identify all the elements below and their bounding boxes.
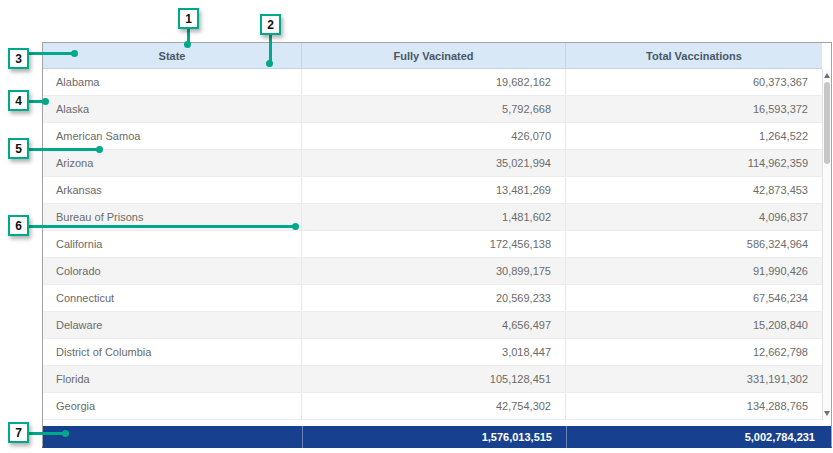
callout-6: 6	[8, 215, 29, 236]
cell-total-vaccinations: 67,546,234	[566, 285, 822, 311]
cell-total-vaccinations: 331,191,302	[566, 366, 822, 392]
cell-fully-vaccinated: 3,018,447	[302, 339, 566, 365]
cell-state: Colorado	[43, 258, 302, 284]
summary-cell-state	[43, 426, 302, 448]
callout-6-line	[29, 225, 295, 228]
table-row[interactable]: California 172,456,138 586,324,964	[43, 231, 822, 258]
callout-7-dot	[62, 430, 69, 437]
cell-fully-vaccinated: 13,481,269	[302, 177, 566, 203]
cell-total-vaccinations: 15,208,840	[566, 312, 822, 338]
callout-3-line	[29, 52, 74, 55]
callout-5-dot	[96, 146, 103, 153]
callout-3: 3	[8, 48, 29, 69]
cell-fully-vaccinated: 20,569,233	[302, 285, 566, 311]
table-row[interactable]: Alaska 5,792,668 16,593,372	[43, 96, 822, 123]
column-header-total-vaccinations[interactable]: Total Vaccinations	[566, 43, 822, 68]
cell-state: Alaska	[43, 96, 302, 122]
cell-fully-vaccinated: 35,021,994	[302, 150, 566, 176]
cell-fully-vaccinated: 19,682,162	[302, 69, 566, 95]
cell-state: Arkansas	[43, 177, 302, 203]
cell-fully-vaccinated: 5,792,668	[302, 96, 566, 122]
callout-2-line	[269, 35, 272, 63]
cell-fully-vaccinated: 1,481,602	[302, 204, 566, 230]
cell-total-vaccinations: 12,662,798	[566, 339, 822, 365]
cell-state: Georgia	[43, 393, 302, 419]
cell-total-vaccinations: 114,962,359	[566, 150, 822, 176]
table-row[interactable]: Florida 105,128,451 331,191,302	[43, 366, 822, 393]
cell-state: District of Columbia	[43, 339, 302, 365]
table-header-row: State Fully Vacinated Total Vaccinations	[43, 43, 822, 69]
cell-state: Delaware	[43, 312, 302, 338]
scroll-down-arrow-icon[interactable]	[824, 411, 830, 416]
callout-1: 1	[178, 8, 199, 29]
table-row[interactable]: Georgia 42,754,302 134,288,765	[43, 393, 822, 420]
callout-2-dot	[266, 60, 273, 67]
cell-total-vaccinations: 91,990,426	[566, 258, 822, 284]
cell-fully-vaccinated: 426,070	[302, 123, 566, 149]
summary-row: 1,576,013,515 5,002,784,231	[43, 426, 831, 448]
callout-7-line	[29, 432, 65, 435]
column-header-state[interactable]: State	[43, 43, 302, 68]
cell-total-vaccinations: 60,373,367	[566, 69, 822, 95]
table-row[interactable]: Alabama 19,682,162 60,373,367	[43, 69, 822, 96]
callout-3-dot	[71, 50, 78, 57]
cell-state: Alabama	[43, 69, 302, 95]
cell-fully-vaccinated: 172,456,138	[302, 231, 566, 257]
callout-1-dot	[184, 41, 191, 48]
table-row[interactable]: Delaware 4,656,497 15,208,840	[43, 312, 822, 339]
callout-5: 5	[8, 138, 29, 159]
cell-total-vaccinations: 4,096,837	[566, 204, 822, 230]
cell-state: Connecticut	[43, 285, 302, 311]
callout-4: 4	[8, 90, 29, 111]
page: State Fully Vacinated Total Vaccinations…	[0, 0, 833, 453]
table-row[interactable]: Arkansas 13,481,269 42,873,453	[43, 177, 822, 204]
callout-5-line	[29, 148, 99, 151]
callout-6-dot	[292, 223, 299, 230]
cell-total-vaccinations: 42,873,453	[566, 177, 822, 203]
cell-total-vaccinations: 1,264,522	[566, 123, 822, 149]
table-row[interactable]: Arizona 35,021,994 114,962,359	[43, 150, 822, 177]
cell-state: California	[43, 231, 302, 257]
cell-state: Florida	[43, 366, 302, 392]
scroll-up-arrow-icon[interactable]	[824, 73, 830, 78]
callout-4-dot	[42, 98, 49, 105]
cell-total-vaccinations: 16,593,372	[566, 96, 822, 122]
cell-state: Arizona	[43, 150, 302, 176]
scrollbar-thumb[interactable]	[824, 82, 830, 164]
cell-fully-vaccinated: 42,754,302	[302, 393, 566, 419]
cell-fully-vaccinated: 30,899,175	[302, 258, 566, 284]
table-row[interactable]: American Samoa 426,070 1,264,522	[43, 123, 822, 150]
cell-total-vaccinations: 586,324,964	[566, 231, 822, 257]
cell-fully-vaccinated: 4,656,497	[302, 312, 566, 338]
column-header-fully-vaccinated[interactable]: Fully Vacinated	[302, 43, 566, 68]
vertical-scrollbar[interactable]	[822, 69, 831, 420]
cell-state: American Samoa	[43, 123, 302, 149]
summary-cell-fully-vaccinated: 1,576,013,515	[302, 426, 566, 448]
cell-total-vaccinations: 134,288,765	[566, 393, 822, 419]
table-row[interactable]: Connecticut 20,569,233 67,546,234	[43, 285, 822, 312]
summary-cell-total-vaccinations: 5,002,784,231	[566, 426, 831, 448]
callout-7: 7	[8, 422, 29, 443]
table-row[interactable]: District of Columbia 3,018,447 12,662,79…	[43, 339, 822, 366]
callout-2: 2	[260, 14, 281, 35]
table-body: Alabama 19,682,162 60,373,367 Alaska 5,7…	[43, 69, 822, 420]
table-row[interactable]: Colorado 30,899,175 91,990,426	[43, 258, 822, 285]
cell-fully-vaccinated: 105,128,451	[302, 366, 566, 392]
attribute-table: State Fully Vacinated Total Vaccinations…	[42, 42, 832, 448]
